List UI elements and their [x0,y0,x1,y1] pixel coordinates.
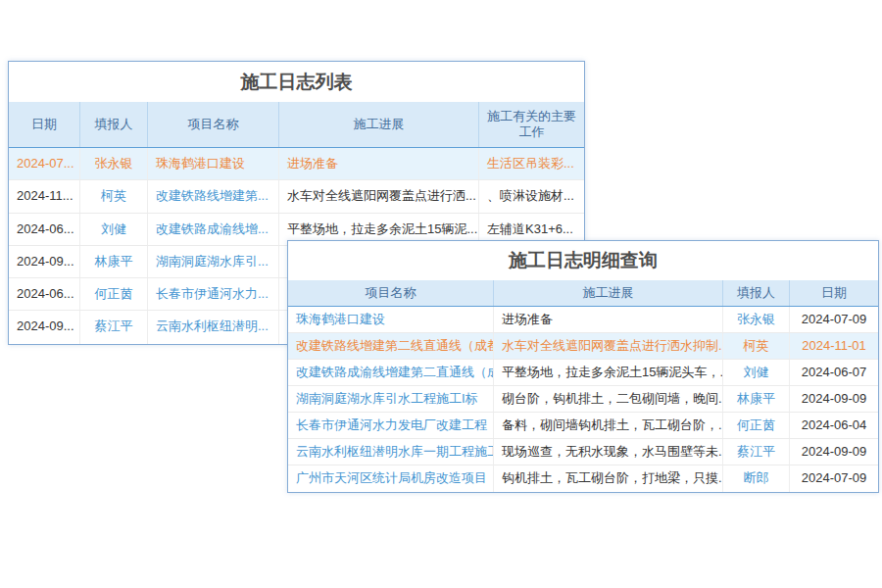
cell-progress: 备料，砌间墙钩机排土，瓦工砌台阶，... [494,413,723,438]
cell-reporter-link[interactable]: 柯英 [723,333,790,359]
cell-reporter-link[interactable]: 何正茵 [80,278,148,310]
cell-reporter-link[interactable]: 刘健 [80,214,148,245]
cell-progress: 进场准备 [494,307,723,332]
cell-reporter-link[interactable]: 蔡江平 [723,439,790,465]
column-header-date: 日期 [9,102,80,147]
column-header-date: 日期 [790,280,878,306]
log-list-row[interactable]: 2024-11... 柯英 改建铁路线增建第... 水车对全线遮阳网覆盖点进行洒… [9,180,584,213]
cell-project-link[interactable]: 广州市天河区统计局机房改造项目 [288,466,494,492]
cell-date: 2024-07-09 [790,307,878,332]
cell-date: 2024-09-09 [790,386,878,412]
column-header-progress: 施工进展 [279,102,479,147]
column-header-reporter: 填报人 [723,280,790,306]
cell-date: 2024-07... [9,148,80,179]
cell-project-link[interactable]: 改建铁路线增建第... [148,180,279,212]
cell-reporter-link[interactable]: 张永银 [80,148,148,179]
log-detail-header-row: 项目名称 施工进展 填报人 日期 [288,280,878,307]
log-detail-row[interactable]: 长春市伊通河水力发电厂改建工程 备料，砌间墙钩机排土，瓦工砌台阶，... 何正茵… [288,413,878,439]
cell-date: 2024-06-04 [790,413,878,438]
log-detail-row[interactable]: 改建铁路成渝线增建第二直通线（成渝 平整场地，拉走多余泥土15辆泥头车，... … [288,360,878,386]
cell-project-link[interactable]: 长春市伊通河水力... [148,278,279,310]
cell-progress: 进场准备 [279,148,479,179]
cell-reporter-link[interactable]: 林康平 [80,246,148,277]
column-header-reporter: 填报人 [80,102,148,147]
log-detail-title: 施工日志明细查询 [288,241,878,280]
cell-project-link[interactable]: 云南水利枢纽潜明水库一期工程施工I标 [288,439,494,465]
cell-project-link[interactable]: 长春市伊通河水力发电厂改建工程 [288,413,494,438]
cell-date: 2024-09... [9,246,80,277]
log-detail-row[interactable]: 湖南洞庭湖水库引水工程施工I标 砌台阶，钩机排土，二包砌间墙，晚间... 林康平… [288,386,878,413]
cell-reporter-link[interactable]: 刘健 [723,360,790,385]
cell-reporter-link[interactable]: 何正茵 [723,413,790,438]
cell-reporter-link[interactable]: 张永银 [723,307,790,332]
cell-reporter-link[interactable]: 断郎 [723,466,790,492]
log-detail-row[interactable]: 珠海鹤港口建设 进场准备 张永银 2024-07-09 [288,307,878,333]
column-header-project: 项目名称 [288,280,494,306]
cell-date: 2024-11-01 [790,333,878,359]
log-detail-body: 珠海鹤港口建设 进场准备 张永银 2024-07-09 改建铁路线增建第二线直通… [288,307,878,492]
cell-date: 2024-09... [9,311,80,343]
cell-project-link[interactable]: 改建铁路线增建第二线直通线（成都-西 [288,333,494,359]
cell-date: 2024-11... [9,180,80,212]
cell-project-link[interactable]: 湖南洞庭湖水库引水工程施工I标 [288,386,494,412]
cell-project-link[interactable]: 改建铁路成渝线增建第二直通线（成渝 [288,360,494,385]
column-header-project: 项目名称 [148,102,279,147]
cell-project-link[interactable]: 珠海鹤港口建设 [148,148,279,179]
cell-progress: 水车对全线遮阳网覆盖点进行洒水抑制... [494,333,723,359]
log-detail-row[interactable]: 云南水利枢纽潜明水库一期工程施工I标 现场巡查，无积水现象，水马围壁等未... … [288,439,878,466]
column-header-progress: 施工进展 [494,280,723,306]
cell-main-work: 、喷淋设施材... [479,180,584,212]
cell-reporter-link[interactable]: 柯英 [80,180,148,212]
cell-date: 2024-06... [9,278,80,310]
cell-project-link[interactable]: 改建铁路成渝线增... [148,214,279,245]
column-header-main-work: 施工有关的主要工作 [479,102,584,147]
log-list-header-row: 日期 填报人 项目名称 施工进展 施工有关的主要工作 [9,102,584,148]
cell-reporter-link[interactable]: 蔡江平 [80,311,148,343]
cell-project-link[interactable]: 珠海鹤港口建设 [288,307,494,332]
log-detail-row[interactable]: 广州市天河区统计局机房改造项目 钩机排土，瓦工砌台阶，打地梁，只摸... 断郎 … [288,466,878,492]
cell-progress: 水车对全线遮阳网覆盖点进行洒... [279,180,479,212]
cell-reporter-link[interactable]: 林康平 [723,386,790,412]
cell-progress: 砌台阶，钩机排土，二包砌间墙，晚间... [494,386,723,412]
construction-log-detail-panel: 施工日志明细查询 项目名称 施工进展 填报人 日期 珠海鹤港口建设 进场准备 张… [287,240,879,493]
cell-date: 2024-09-09 [790,439,878,465]
cell-progress: 钩机排土，瓦工砌台阶，打地梁，只摸... [494,466,723,492]
log-detail-row[interactable]: 改建铁路线增建第二线直通线（成都-西 水车对全线遮阳网覆盖点进行洒水抑制... … [288,333,878,360]
cell-project-link[interactable]: 云南水利枢纽潜明... [148,311,279,343]
cell-date: 2024-06-07 [790,360,878,385]
log-list-row[interactable]: 2024-07... 张永银 珠海鹤港口建设 进场准备 生活区吊装彩... [9,148,584,180]
cell-main-work: 生活区吊装彩... [479,148,584,179]
cell-progress: 现场巡查，无积水现象，水马围壁等未... [494,439,723,465]
cell-progress: 平整场地，拉走多余泥土15辆泥头车，... [494,360,723,385]
log-list-title: 施工日志列表 [9,62,584,102]
cell-project-link[interactable]: 湖南洞庭湖水库引... [148,246,279,277]
cell-date: 2024-07-09 [790,466,878,492]
cell-date: 2024-06... [9,214,80,245]
